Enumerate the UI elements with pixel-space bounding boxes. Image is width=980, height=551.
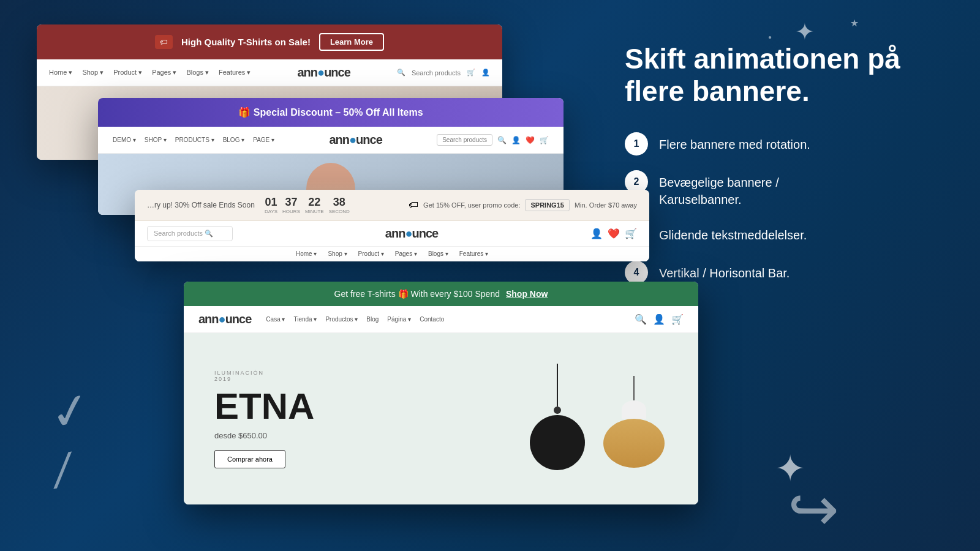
features-list: 1 Flere bannere med rotation. 2 Bevægeli… <box>625 132 931 284</box>
lamp-wire-wood <box>633 376 635 400</box>
lamp-black <box>527 364 588 474</box>
sc3-icons: 👤 ❤️ 🛒 <box>590 228 637 239</box>
screenshot-3: …ry up! 30% Off sale Ends Soon 01 DAYS 3… <box>135 190 649 261</box>
wishlist-icon: ❤️ <box>608 228 620 239</box>
cart-icon: 🛒 <box>625 228 637 239</box>
user-icon: 👤 <box>590 228 603 239</box>
sc3-search-bar: Search products 🔍 ann●unce 👤 ❤️ 🛒 <box>135 221 649 247</box>
sc4-shop-now-link[interactable]: Shop Now <box>506 289 548 299</box>
sc4-nav-links: Casa ▾ Tienda ▾ Productos ▾ Blog Página … <box>266 316 444 323</box>
cart-icon[interactable]: 🛒 <box>671 313 684 325</box>
sc3-countdown: 01 DAYS 37 HOURS 22 MINUTE 38 SECOND <box>265 196 350 214</box>
sc1-logo: ann●unce <box>251 66 396 80</box>
feature-number-1: 1 <box>625 132 648 156</box>
sc3-banner: …ry up! 30% Off sale Ends Soon 01 DAYS 3… <box>135 190 649 221</box>
sc4-price: desde $650.00 <box>214 431 508 440</box>
countdown-seconds: 38 SECOND <box>329 196 350 214</box>
sc3-logo: ann●unce <box>239 227 584 241</box>
wishlist-btn[interactable]: ❤️ <box>526 136 535 144</box>
user-btn[interactable]: 👤 <box>511 136 521 144</box>
sc3-promo: 🏷 Get 15% OFF, user promo code: SPRING15… <box>409 199 637 211</box>
lamp-wood <box>600 376 668 474</box>
feature-item-2: 2 Bevægelige bannere /Karuselbanner. <box>625 170 931 208</box>
sc4-product-name: ETNA <box>214 388 508 425</box>
search-icon: 🔍 <box>397 69 405 77</box>
user-icon: 👤 <box>481 69 490 77</box>
sc1-banner-text: High Quality T-Shirts on Sale! <box>181 37 311 47</box>
feature-item-4: 4 Vertikal / Horisontal Bar. <box>625 261 931 284</box>
sc2-logo: ann●unce <box>274 133 437 147</box>
sc3-banner-text: …ry up! 30% Off sale Ends Soon <box>147 201 255 209</box>
sc3-promo-code: SPRING15 <box>525 199 569 211</box>
sc1-nav-right: 🔍 Search products 🛒 👤 <box>397 69 490 77</box>
countdown-minutes: 22 MINUTE <box>305 196 324 214</box>
cart-icon: 🛒 <box>467 69 475 77</box>
feature-text-3: Glidende tekstmeddelelser. <box>659 223 807 244</box>
feature-number-4: 4 <box>625 261 648 284</box>
tag-icon: 🏷 <box>160 37 168 47</box>
feature-item-1: 1 Flere bannere med rotation. <box>625 132 931 156</box>
sc1-banner: 🏷 High Quality T-Shirts on Sale! Learn M… <box>37 24 502 59</box>
sc4-buy-button[interactable]: Comprar ahora <box>214 450 285 468</box>
sc4-banner: Get free T-shirts 🎁 With every $100 Spen… <box>184 282 698 306</box>
sc4-product-label: ILUMINACIÓN2019 <box>214 370 508 382</box>
sc4-nav: ann●unce Casa ▾ Tienda ▾ Productos ▾ Blo… <box>184 306 698 333</box>
sc1-banner-tag: 🏷 <box>155 35 173 49</box>
main-title: Skift animationen på flere bannere. <box>625 43 931 108</box>
sc3-min-order: Min. Order $70 away <box>575 201 637 209</box>
feature-text-2: Bevægelige bannere /Karuselbanner. <box>659 170 779 208</box>
sc3-promo-text: Get 15% OFF, user promo code: <box>423 201 520 209</box>
sc4-hero-text: ILUMINACIÓN2019 ETNA desde $650.00 Compr… <box>214 370 508 468</box>
sc3-search-input[interactable]: Search products 🔍 <box>147 226 233 241</box>
lamp-wire-black <box>557 364 558 407</box>
sc1-nav-links: Home ▾ Shop ▾ Product ▾ Pages ▾ Blogs ▾ … <box>49 69 251 77</box>
main-layout: 🏷 High Quality T-Shirts on Sale! Learn M… <box>0 0 980 551</box>
lamp-shade-top <box>622 400 646 419</box>
sc4-banner-text: Get free T-shirts 🎁 With every $100 Spen… <box>334 289 500 299</box>
sc1-nav: Home ▾ Shop ▾ Product ▾ Pages ▾ Blogs ▾ … <box>37 59 502 86</box>
feature-text-1: Flere bannere med rotation. <box>659 132 810 153</box>
feature-text-4: Vertikal / Horisontal Bar. <box>659 261 790 282</box>
lamp-shade-black <box>530 415 585 470</box>
countdown-days: 01 DAYS <box>265 196 277 214</box>
sc3-nav: Home ▾ Shop ▾ Product ▾ Pages ▾ Blogs ▾ … <box>135 247 649 261</box>
lamp-shade-bottom <box>603 419 665 468</box>
tag-icon-sm: 🏷 <box>409 200 418 211</box>
sc4-hero-lamps <box>527 364 668 474</box>
sc4-nav-right: 🔍 👤 🛒 <box>635 313 684 325</box>
sc2-banner: 🎁 Special Discount – 50% Off All Items <box>98 98 564 127</box>
right-panel: Skift animationen på flere bannere. 1 Fl… <box>612 24 943 302</box>
sc2-nav: DEMO ▾ SHOP ▾ PRODUCTS ▾ BLOG ▾ PAGE ▾ a… <box>98 127 564 154</box>
sc2-nav-right: Search products 🔍 👤 ❤️ 🛒 <box>437 134 549 146</box>
search-btn[interactable]: 🔍 <box>497 136 507 144</box>
search-icon[interactable]: 🔍 <box>635 313 647 325</box>
feature-item-3: 3 Glidende tekstmeddelelser. <box>625 223 931 246</box>
screenshots-area: 🏷 High Quality T-Shirts on Sale! Learn M… <box>37 24 588 527</box>
countdown-hours: 37 HOURS <box>282 196 300 214</box>
sc4-hero: ILUMINACIÓN2019 ETNA desde $650.00 Compr… <box>184 333 698 504</box>
sc2-banner-text: 🎁 Special Discount – 50% Off All Items <box>238 107 423 118</box>
cart-btn[interactable]: 🛒 <box>540 136 549 144</box>
sc4-logo: ann●unce <box>198 312 251 326</box>
user-icon[interactable]: 👤 <box>653 313 665 325</box>
sc2-nav-links: DEMO ▾ SHOP ▾ PRODUCTS ▾ BLOG ▾ PAGE ▾ <box>113 137 274 143</box>
sc1-learn-more-button[interactable]: Learn More <box>319 33 384 51</box>
screenshot-4: Get free T-shirts 🎁 With every $100 Spen… <box>184 282 698 504</box>
